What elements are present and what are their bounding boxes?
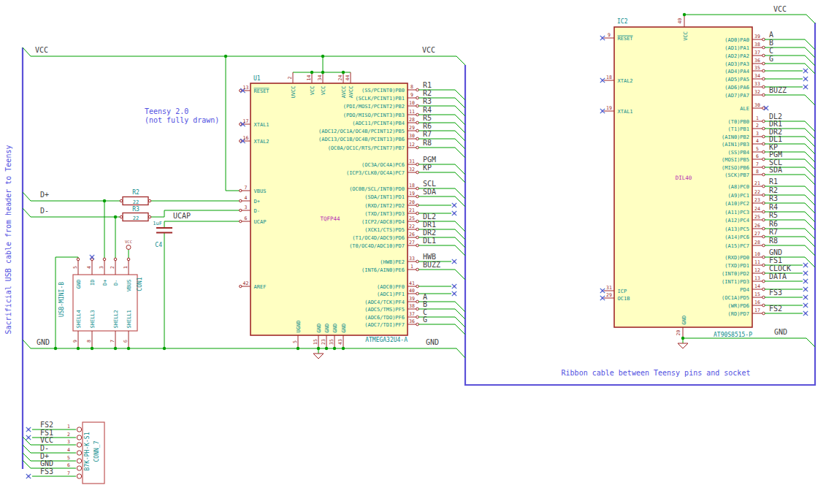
conn7-pin-circle: [77, 466, 81, 470]
pin-name: (A15)PC7: [724, 243, 749, 249]
pin-number: 40: [677, 18, 683, 24]
net-label-gnd: GND: [774, 328, 787, 336]
pin-end: [416, 236, 419, 239]
net-label-vcc: VCC: [35, 46, 48, 54]
pin-number: 31: [409, 159, 415, 164]
net-label: CLOCK: [769, 264, 791, 272]
pin-name: VCC: [321, 86, 326, 96]
pin-number: 37: [754, 50, 760, 56]
pin-number: 27: [409, 240, 415, 245]
net-label: R3: [769, 194, 778, 202]
ic2-ref: IC2: [617, 18, 628, 25]
pin-name: (OC0B/SCL/INT0)PD0: [349, 186, 405, 192]
pin-name: (RD)PD7: [727, 311, 749, 317]
pin-number: 8: [86, 340, 92, 343]
pin-name: (ICP2/ADC8)PD4: [362, 219, 405, 225]
pin-end: [240, 209, 242, 211]
pin-name: SHELL4: [76, 310, 82, 328]
conn7-value: B7K-PH-K-S1: [84, 432, 91, 470]
wire-junction: [333, 347, 336, 350]
pin-number: 9: [72, 340, 78, 343]
wire-junction: [321, 55, 324, 58]
note-sacrificial-cable: Sacrificial USB cable from header to Tee…: [4, 145, 12, 335]
pin-number: 29: [409, 125, 415, 131]
pin-end: [762, 185, 765, 188]
pin-number: 37: [409, 311, 415, 317]
pin-name: (RXD)PD0: [724, 255, 749, 261]
pin-name: GND: [76, 280, 82, 289]
pin-name: GND: [324, 324, 330, 333]
pin-end: [762, 166, 765, 169]
pin-end: [762, 127, 765, 130]
pin-name: VBUS: [254, 188, 267, 194]
pin-name: (A9)PC1: [727, 193, 749, 199]
pin-number: 2: [756, 123, 759, 129]
ic2-footprint: DIL40: [676, 175, 692, 181]
pin-end: [762, 46, 765, 49]
wire-junction: [297, 347, 299, 350]
pin-end: [762, 272, 765, 275]
schematic-canvas: VCC R2 22 R3 22 1uF C4 USB-MINI-B CON1 B…: [0, 0, 826, 504]
pin-number: 42: [243, 280, 249, 286]
pin-end: [416, 187, 419, 190]
pin-number: 17: [243, 118, 249, 124]
net-label: DL2: [423, 213, 436, 221]
pin-name: UGND: [296, 321, 302, 333]
pin-name: (INT1)PD3: [722, 279, 749, 285]
u1-value: ATMEGA32U4-A: [365, 337, 408, 343]
pin-number: 4: [756, 138, 759, 144]
r2-terminal: [148, 199, 150, 202]
pin-name: ICP: [618, 289, 627, 294]
net-label: R2: [423, 89, 432, 97]
pin-name: GND: [681, 316, 687, 325]
conn7-pin-circle: [77, 474, 81, 478]
wire-junction: [325, 347, 328, 350]
pin-end: [416, 268, 419, 271]
note-teensy-line1: Teensy 2.0: [145, 107, 188, 115]
pin-name: (T1)PB1: [727, 126, 749, 132]
pin-end: [240, 199, 242, 202]
pin-number: 11: [754, 259, 760, 265]
pin-end: [416, 323, 419, 326]
net-label: BUZZ: [769, 86, 787, 94]
wire-junction: [54, 347, 57, 350]
net-label: G: [769, 55, 773, 63]
net-label-ucap: UCAP: [173, 212, 191, 220]
pin-name: (ADC6/TDO)PF6: [364, 315, 405, 321]
pin-end: [127, 258, 130, 261]
pin-number: 39: [754, 34, 760, 39]
conn7-pin-circle: [77, 451, 81, 455]
pin-number: 7: [245, 185, 248, 191]
vcc-power-symbol-label: VCC: [125, 240, 132, 244]
pin-number: 19: [606, 105, 612, 111]
pin-number: 39: [409, 296, 415, 302]
net-label: GND: [769, 248, 782, 256]
pin-end: [416, 220, 419, 223]
pin-name: (A12)PC4: [724, 218, 749, 224]
pin-number: 7: [110, 340, 115, 343]
net-label: BUZZ: [423, 261, 440, 269]
pin-number: 22: [754, 189, 760, 195]
pin-end: [416, 292, 419, 295]
net-label: PGM: [423, 156, 436, 164]
pin-number: 3: [67, 439, 70, 445]
pin-number: 21: [409, 207, 415, 213]
r2-ref: R2: [132, 189, 139, 196]
pin-end: [416, 244, 419, 247]
pin-name: AVCC: [348, 86, 354, 99]
net-label: DR1: [423, 221, 436, 229]
pin-name: (SCK)PB7: [724, 172, 749, 178]
wire-junction: [317, 347, 320, 350]
net-label: DL1: [769, 135, 782, 143]
pin-end: [762, 77, 765, 80]
net-label: R1: [423, 81, 432, 89]
pin-end: [103, 258, 106, 261]
pin-number: 26: [754, 223, 760, 229]
pin-end: [762, 158, 765, 161]
pin-name: (ADC4/TCK)PF4: [364, 299, 405, 305]
pin-name: (SDA/INT1)PD1: [364, 194, 405, 200]
pin-number: 11: [409, 109, 415, 115]
pin-name: AREF: [254, 284, 267, 290]
pin-number: 16: [754, 299, 760, 305]
pin-end: [416, 228, 419, 231]
